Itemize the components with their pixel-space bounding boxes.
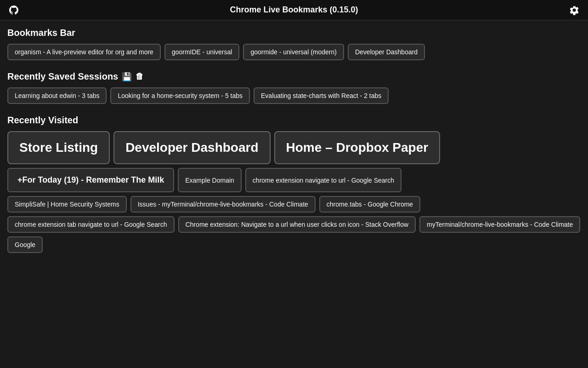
saved-session-item[interactable]: Evaluating state-charts with React - 2 t… xyxy=(254,87,389,104)
recently-visited-small-item[interactable]: Example Domain xyxy=(178,168,242,192)
app-header: Chrome Live Bookmarks (0.15.0) xyxy=(0,0,588,20)
trash-icon[interactable]: 🗑 xyxy=(136,72,144,81)
recently-visited-items: Store ListingDeveloper DashboardHome – D… xyxy=(7,131,581,164)
github-icon[interactable] xyxy=(7,4,20,17)
recently-visited-medium: +For Today (19) - Remember The MilkExamp… xyxy=(7,168,581,192)
app-title: Chrome Live Bookmarks (0.15.0) xyxy=(20,5,568,15)
bookmarks-bar-items: organism - A live-preview editor for org… xyxy=(7,44,581,60)
bookmark-bar-item[interactable]: goormide - universal (modern) xyxy=(243,44,344,60)
recently-saved-items: Learning about edwin - 3 tabsLooking for… xyxy=(7,87,581,104)
recently-visited-small-item[interactable]: SimpliSafe | Home Security Systems xyxy=(7,196,127,213)
recently-saved-section: Recently Saved Sessions 💾 🗑 Learning abo… xyxy=(7,71,581,104)
bookmarks-bar-title: Bookmarks Bar xyxy=(7,28,581,38)
recently-visited-large-item[interactable]: Store Listing xyxy=(7,131,110,164)
recently-visited-medium-item[interactable]: +For Today (19) - Remember The Milk xyxy=(7,168,174,192)
recently-visited-small-item[interactable]: chrome extension tab navigate to url - G… xyxy=(7,216,175,233)
recently-visited-large-item[interactable]: Home – Dropbox Paper xyxy=(274,131,441,164)
recently-visited-small: SimpliSafe | Home Security SystemsIssues… xyxy=(7,196,581,253)
bookmarks-bar-section: Bookmarks Bar organism - A live-preview … xyxy=(7,28,581,60)
recently-visited-large-item[interactable]: Developer Dashboard xyxy=(113,131,270,164)
saved-session-item[interactable]: Looking for a home-security system - 5 t… xyxy=(110,87,250,104)
save-icon[interactable]: 💾 xyxy=(122,72,132,82)
recently-visited-small-item[interactable]: Google xyxy=(7,236,43,253)
saved-session-item[interactable]: Learning about edwin - 3 tabs xyxy=(7,87,107,104)
recently-visited-section: Recently Visited Store ListingDeveloper … xyxy=(7,115,581,253)
bookmark-bar-item[interactable]: organism - A live-preview editor for org… xyxy=(7,44,161,60)
recently-visited-small-item[interactable]: chrome.tabs - Google Chrome xyxy=(319,196,420,213)
recently-visited-small-item[interactable]: myTerminal/chrome-live-bookmarks - Code … xyxy=(419,216,580,233)
recently-visited-title: Recently Visited xyxy=(7,115,581,126)
bookmark-bar-item[interactable]: Developer Dashboard xyxy=(348,44,425,60)
recently-visited-small-item[interactable]: Issues - myTerminal/chrome-live-bookmark… xyxy=(130,196,316,213)
bookmark-bar-item[interactable]: goormIDE - universal xyxy=(164,44,240,60)
recently-visited-small-item[interactable]: chrome extension navigate to url - Googl… xyxy=(245,168,401,192)
recently-visited-small-item[interactable]: Chrome extension: Navigate to a url when… xyxy=(178,216,416,233)
main-content: Bookmarks Bar organism - A live-preview … xyxy=(0,20,588,271)
recently-saved-title: Recently Saved Sessions 💾 🗑 xyxy=(7,71,581,82)
settings-icon[interactable] xyxy=(568,4,581,17)
